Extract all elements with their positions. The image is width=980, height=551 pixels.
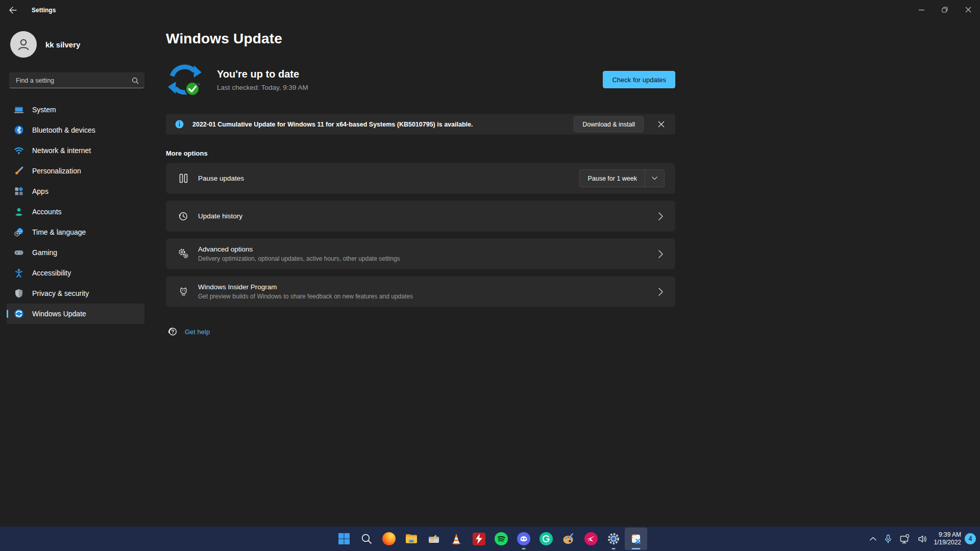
wifi-icon	[14, 145, 24, 156]
sidebar-item-label: Personalization	[32, 167, 81, 175]
back-arrow-icon	[9, 7, 17, 14]
microphone-icon	[884, 534, 893, 544]
banner-text: 2022-01 Cumulative Update for Windows 11…	[192, 121, 473, 128]
sidebar-item-label: Accessibility	[32, 269, 71, 277]
pause-dropdown-button[interactable]	[645, 170, 664, 187]
user-profile[interactable]: kk silvery	[10, 31, 153, 58]
apps-icon	[14, 186, 24, 196]
search-icon	[132, 77, 139, 84]
grammarly-icon	[540, 532, 553, 545]
sidebar-item-network[interactable]: Network & internet	[7, 140, 144, 161]
gamepad-icon	[14, 247, 24, 258]
sidebar-item-accounts[interactable]: Accounts	[7, 202, 144, 222]
window-controls	[910, 0, 980, 19]
chevron-right-icon	[658, 288, 665, 296]
sidebar-item-gaming[interactable]: Gaming	[7, 242, 144, 263]
close-icon	[658, 121, 665, 128]
grammarly-button[interactable]	[535, 528, 557, 550]
update-icon	[14, 309, 24, 319]
banner-close-button[interactable]	[652, 116, 670, 132]
spotify-icon	[495, 532, 508, 545]
info-icon	[175, 120, 184, 129]
close-button[interactable]	[957, 0, 980, 19]
spotify-button[interactable]	[490, 528, 512, 550]
firefox-icon	[382, 532, 396, 545]
notification-badge[interactable]: 4	[965, 533, 976, 544]
tray-overflow-button[interactable]	[866, 529, 880, 549]
back-button[interactable]	[3, 2, 22, 19]
search-input[interactable]	[10, 77, 132, 84]
maximize-button[interactable]	[933, 0, 957, 19]
row-subtitle: Delivery optimization, optional updates,…	[198, 255, 400, 262]
download-install-button[interactable]: Download & install	[574, 116, 644, 132]
minimize-button[interactable]	[910, 0, 933, 19]
running-indicator	[612, 548, 616, 549]
advanced-options-row[interactable]: Advanced options Delivery optimization, …	[166, 238, 675, 269]
microphone-tray-button[interactable]	[880, 529, 896, 549]
sidebar-item-apps[interactable]: Apps	[7, 181, 144, 202]
window-title: Settings	[32, 7, 56, 14]
chevron-right-icon	[658, 212, 665, 220]
user-name: kk silvery	[45, 40, 80, 49]
disk-cleanup-icon	[427, 532, 440, 545]
sidebar-item-label: Gaming	[32, 248, 57, 257]
gears-icon	[177, 248, 190, 260]
update-history-row[interactable]: Update history	[166, 201, 675, 232]
status-title: You're up to date	[217, 68, 308, 80]
sidebar-item-bluetooth[interactable]: Bluetooth & devices	[7, 120, 144, 140]
sidebar-item-label: Privacy & security	[32, 289, 89, 297]
pause-icon	[177, 173, 190, 184]
taskbar-search-button[interactable]	[355, 528, 378, 550]
sidebar-item-label: Apps	[32, 187, 48, 195]
pause-duration-label[interactable]: Pause for 1 week	[580, 170, 645, 187]
sidebar-item-windows-update[interactable]: Windows Update	[7, 304, 144, 324]
discord-button[interactable]	[512, 528, 535, 550]
firefox-button[interactable]	[378, 528, 400, 550]
running-indicator	[522, 548, 526, 549]
windows-insider-row[interactable]: Windows Insider Program Get preview buil…	[166, 276, 675, 307]
file-explorer-icon	[405, 532, 418, 545]
paint-button[interactable]	[557, 528, 580, 550]
shield-icon	[14, 288, 24, 298]
windows-start-icon	[338, 533, 350, 545]
search-icon	[360, 533, 373, 545]
lightning-app-icon	[473, 533, 485, 545]
check-for-updates-button[interactable]: Check for updates	[603, 71, 675, 88]
settings-button[interactable]	[602, 528, 625, 550]
sidebar-item-label: Windows Update	[32, 310, 86, 318]
start-button[interactable]	[333, 528, 355, 550]
sidebar-item-system[interactable]: System	[7, 99, 144, 120]
get-help-icon	[167, 326, 178, 337]
pink-app-icon	[584, 532, 598, 545]
pink-media-app-button[interactable]	[580, 528, 602, 550]
sidebar-item-label: Bluetooth & devices	[32, 126, 95, 134]
file-explorer-button[interactable]	[400, 528, 423, 550]
disk-cleanup-button[interactable]	[423, 528, 445, 550]
accessibility-icon	[14, 268, 24, 278]
pause-for-1-week-button[interactable]: Pause for 1 week	[579, 169, 665, 187]
tray-time: 9:39 AM	[934, 531, 961, 539]
chevron-down-icon	[652, 177, 657, 180]
insider-ninjacat-icon	[177, 286, 190, 297]
update-available-banner: 2022-01 Cumulative Update for Windows 11…	[166, 114, 675, 135]
volume-tray-button[interactable]	[914, 529, 932, 549]
snipping-tool-button[interactable]	[625, 528, 647, 550]
sidebar-item-privacy[interactable]: Privacy & security	[7, 283, 144, 304]
clock[interactable]: 9:39 AM 1/19/2022	[934, 531, 961, 546]
search-box[interactable]	[9, 72, 144, 88]
sidebar-item-time-language[interactable]: Time & language	[7, 222, 144, 242]
vlc-button[interactable]	[445, 528, 468, 550]
sidebar-item-accessibility[interactable]: Accessibility	[7, 263, 144, 283]
discord-icon	[517, 532, 530, 545]
sidebar-item-label: Network & internet	[32, 146, 91, 155]
sidebar-item-personalization[interactable]: Personalization	[7, 161, 144, 181]
power-media-app-button[interactable]	[468, 528, 490, 550]
up-to-date-icon	[166, 61, 204, 98]
row-title: Windows Insider Program	[198, 283, 413, 291]
active-window-indicator	[632, 548, 641, 549]
history-icon	[177, 211, 190, 222]
row-title: Update history	[198, 212, 242, 220]
get-help-link[interactable]: Get help	[185, 328, 210, 336]
network-tray-button[interactable]	[896, 529, 914, 549]
paint-icon	[562, 532, 575, 545]
